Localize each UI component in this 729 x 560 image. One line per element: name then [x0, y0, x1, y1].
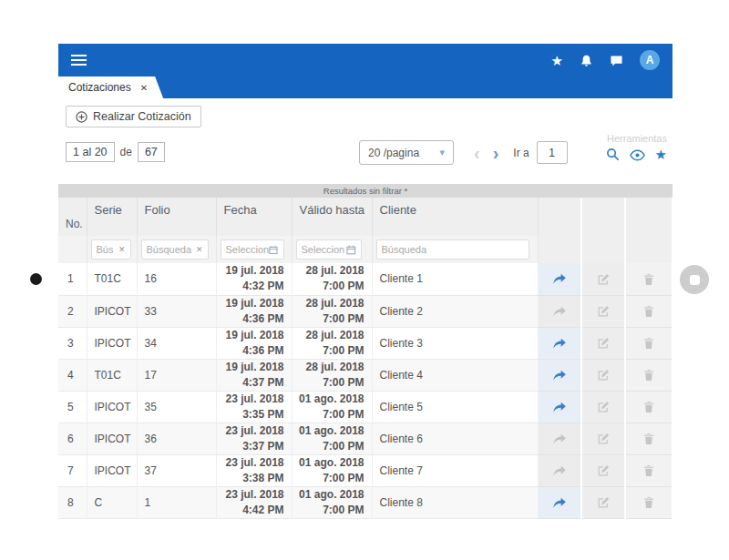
table-row[interactable]: 4 T01C 17 19 jul. 20184:37 PM 28 jul. 20… [58, 359, 673, 391]
avatar[interactable]: A [640, 50, 660, 70]
menu-icon[interactable] [71, 55, 87, 66]
column-header-folio[interactable]: Folio [137, 198, 216, 236]
edit-icon [597, 401, 610, 413]
send-icon [552, 338, 567, 350]
send-icon [552, 306, 567, 318]
cell-valido-hasta: 01 ago. 20187:00 PM [292, 423, 372, 454]
row-number: 6 [58, 423, 87, 454]
delete-button[interactable] [625, 423, 673, 454]
send-quote-button[interactable] [538, 263, 581, 295]
column-header-fecha[interactable]: Fecha [216, 198, 292, 236]
edit-button[interactable] [581, 295, 625, 327]
per-page-select[interactable]: 20 /pagina ▾ [359, 140, 454, 165]
trash-icon [643, 305, 654, 318]
send-quote-button[interactable] [538, 359, 581, 391]
prev-page-icon[interactable]: ‹ [474, 144, 480, 162]
table-row[interactable]: 7 IPICOT 37 23 jul. 20183:38 PM 01 ago. … [58, 454, 673, 486]
cell-valido-hasta: 28 jul. 20187:00 PM [292, 295, 372, 327]
cell-fecha: 19 jul. 20184:37 PM [216, 359, 292, 391]
next-page-icon[interactable]: › [493, 144, 499, 162]
send-quote-button[interactable] [538, 391, 581, 423]
cell-serie: IPICOT [87, 327, 137, 359]
delete-button[interactable] [625, 359, 673, 391]
clear-filter-icon[interactable]: ✕ [196, 245, 203, 254]
valido-hasta-filter-input[interactable]: Seleccion [296, 239, 362, 260]
cliente-filter-input[interactable]: Búsqueda [376, 239, 529, 260]
column-header-no[interactable]: No. [58, 198, 87, 236]
realizar-cotizacion-button[interactable]: Realizar Cotización [66, 106, 201, 127]
per-page-value: 20 /pagina [368, 147, 419, 159]
edit-icon [597, 433, 610, 445]
cell-folio: 34 [137, 327, 216, 359]
serie-filter-input[interactable]: Bús✕ [91, 239, 131, 260]
new-quote-label: Realizar Cotización [93, 110, 191, 123]
star-icon[interactable]: ★ [551, 54, 563, 67]
row-number: 8 [58, 486, 87, 518]
tab-close-icon[interactable]: ✕ [140, 83, 148, 93]
quotes-table: No. Serie Folio Fecha Válido hasta Clien… [58, 198, 673, 519]
column-header-serie[interactable]: Serie [87, 198, 137, 236]
header-row: No. Serie Folio Fecha Válido hasta Clien… [58, 198, 673, 236]
topbar: ★ A [58, 44, 673, 76]
clear-filter-icon[interactable]: ✕ [118, 245, 126, 254]
filter-edit-empty [581, 236, 625, 263]
edit-button[interactable] [581, 454, 625, 486]
page-range-badge: 1 al 20 [66, 142, 115, 162]
send-quote-button[interactable] [538, 423, 581, 454]
calendar-icon[interactable] [269, 245, 278, 255]
table-row[interactable]: 2 IPICOT 33 19 jul. 20184:36 PM 28 jul. … [58, 295, 673, 327]
tab-cotizaciones[interactable]: Cotizaciones ✕ [58, 76, 163, 98]
table-row[interactable]: 3 IPICOT 34 19 jul. 20184:36 PM 28 jul. … [58, 327, 673, 359]
search-icon[interactable] [606, 148, 620, 161]
edit-button[interactable] [581, 327, 625, 359]
cell-folio: 35 [137, 391, 216, 423]
folio-filter-input[interactable]: Búsqueda✕ [141, 239, 209, 260]
send-icon [552, 465, 567, 477]
send-icon [552, 370, 567, 382]
cell-fecha: 23 jul. 20183:38 PM [216, 454, 292, 486]
goto-page-input[interactable] [537, 141, 568, 164]
favorite-icon[interactable]: ★ [655, 148, 667, 161]
edit-button[interactable] [581, 423, 625, 454]
send-quote-button[interactable] [538, 486, 581, 518]
send-quote-button[interactable] [538, 327, 581, 359]
app-window: ★ A Cotizaciones ✕ Realizar Cotización 1… [58, 44, 673, 519]
message-icon[interactable] [610, 52, 623, 68]
eye-icon[interactable] [630, 148, 645, 161]
results-band: Resultados sin filtrar * [58, 184, 673, 198]
fecha-filter-input[interactable]: Seleccion [221, 239, 284, 260]
delete-button[interactable] [625, 486, 673, 518]
table-row[interactable]: 8 C 1 23 jul. 20184:42 PM 01 ago. 20187:… [58, 486, 673, 518]
edit-button[interactable] [581, 486, 625, 518]
cell-cliente: Cliente 1 [372, 263, 538, 295]
cell-valido-hasta: 28 jul. 20187:00 PM [292, 327, 372, 359]
pagination-bar: 1 al 20 de 67 20 /pagina ▾ ‹ › Ir a Herr… [58, 133, 673, 171]
table-row[interactable]: 5 IPICOT 35 23 jul. 20183:35 PM 01 ago. … [58, 391, 673, 423]
calendar-icon[interactable] [346, 245, 356, 255]
send-icon [552, 273, 567, 285]
cell-serie: T01C [87, 263, 137, 295]
column-header-cliente[interactable]: Cliente [372, 198, 538, 236]
cell-serie: C [87, 486, 137, 518]
topbar-icons: ★ A [551, 50, 660, 70]
delete-button[interactable] [625, 263, 673, 295]
filter-send-empty [538, 236, 581, 263]
column-header-valido-hasta[interactable]: Válido hasta [292, 198, 372, 236]
table-row[interactable]: 6 IPICOT 36 23 jul. 20183:37 PM 01 ago. … [58, 423, 673, 454]
bell-icon[interactable] [580, 52, 593, 68]
table-row[interactable]: 1 T01C 16 19 jul. 20184:32 PM 28 jul. 20… [58, 263, 673, 295]
delete-button[interactable] [625, 454, 673, 486]
edit-button[interactable] [581, 391, 625, 423]
delete-button[interactable] [625, 295, 673, 327]
send-quote-button[interactable] [538, 454, 581, 486]
send-quote-button[interactable] [538, 295, 581, 327]
edit-button[interactable] [581, 263, 625, 295]
cell-fecha: 23 jul. 20183:37 PM [216, 423, 292, 454]
edit-icon [597, 337, 610, 350]
delete-button[interactable] [625, 391, 673, 423]
edit-button[interactable] [581, 359, 625, 391]
delete-button[interactable] [625, 327, 673, 359]
trash-icon [643, 273, 654, 286]
trash-icon [643, 464, 654, 477]
floating-overlay-button[interactable] [680, 265, 709, 294]
